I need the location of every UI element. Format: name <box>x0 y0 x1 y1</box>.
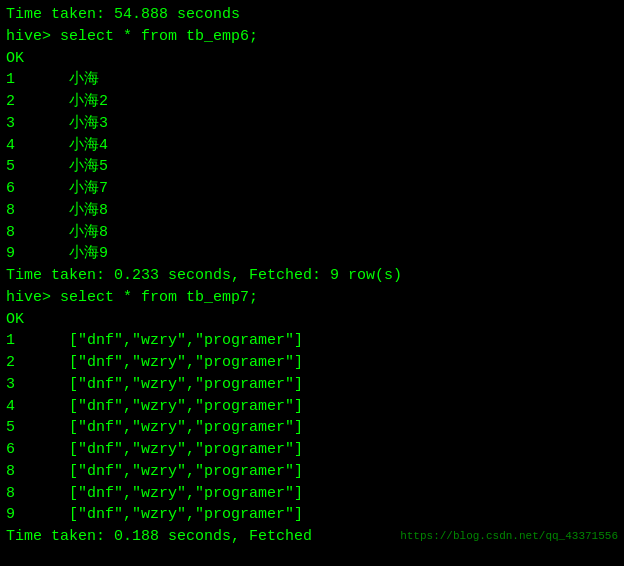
terminal-line: 1 小海 <box>6 69 618 91</box>
terminal-line: 8 小海8 <box>6 200 618 222</box>
terminal-window: Time taken: 54.888 seconds hive> select … <box>0 0 624 566</box>
terminal-line-timing2: Time taken: 0.188 seconds, Fetched <box>6 526 312 548</box>
terminal-line-timing1: Time taken: 0.233 seconds, Fetched: 9 ro… <box>6 265 618 287</box>
terminal-line: 6 ["dnf","wzry","programer"] <box>6 439 618 461</box>
terminal-line: 8 小海8 <box>6 222 618 244</box>
terminal-line: 1 ["dnf","wzry","programer"] <box>6 330 618 352</box>
watermark-text: https://blog.csdn.net/qq_43371556 <box>400 529 618 545</box>
terminal-line: 8 ["dnf","wzry","programer"] <box>6 483 618 505</box>
terminal-line: hive> select * from tb_emp6; <box>6 26 618 48</box>
terminal-line: 3 ["dnf","wzry","programer"] <box>6 374 618 396</box>
terminal-line: 4 ["dnf","wzry","programer"] <box>6 396 618 418</box>
terminal-line: OK <box>6 48 618 70</box>
terminal-line: 9 ["dnf","wzry","programer"] <box>6 504 303 526</box>
terminal-line: hive> select * from tb_emp7; <box>6 287 618 309</box>
terminal-line: 2 小海2 <box>6 91 618 113</box>
terminal-line: 9 小海9 <box>6 243 618 265</box>
terminal-line: 5 ["dnf","wzry","programer"] <box>6 417 618 439</box>
terminal-line: 8 ["dnf","wzry","programer"] <box>6 461 618 483</box>
terminal-line: OK <box>6 309 618 331</box>
terminal-line: 3 小海3 <box>6 113 618 135</box>
terminal-line: 2 ["dnf","wzry","programer"] <box>6 352 618 374</box>
terminal-line: 6 小海7 <box>6 178 618 200</box>
terminal-line: 4 小海4 <box>6 135 618 157</box>
terminal-line: 5 小海5 <box>6 156 618 178</box>
terminal-line: Time taken: 54.888 seconds <box>6 4 618 26</box>
